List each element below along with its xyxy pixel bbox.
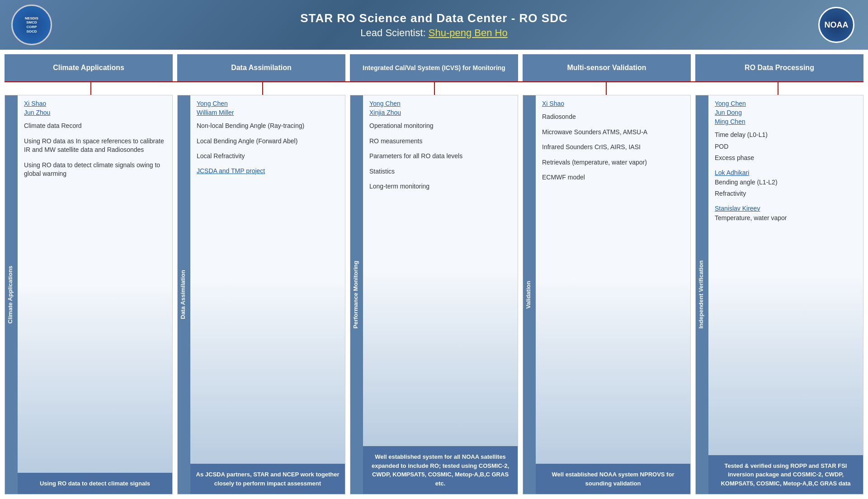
icvs-text-2: RO measurements	[369, 137, 511, 146]
climate-text-3: Using RO data to detect climate signals …	[24, 161, 166, 179]
link-lok-adhikari[interactable]: Lok Adhikari	[715, 169, 857, 176]
link-ming-chen[interactable]: Ming Chen	[715, 118, 857, 125]
header-subtitle: Lead Scientist: Shu-peng Ben Ho	[54, 27, 814, 39]
col-validation-footer: Well established NOAA system NPROVS for …	[536, 464, 690, 494]
col-assimilation-label: Data Assimilation	[178, 95, 190, 494]
col-climate-content: Xi Shao Jun Zhou Climate data Record Usi…	[18, 95, 172, 473]
col-assimilation-footer: As JCSDA partners, STAR and NCEP work to…	[190, 464, 345, 494]
link-jun-zhou[interactable]: Jun Zhou	[24, 109, 166, 116]
col-processing-label: Independent Verification	[696, 95, 708, 494]
val-text-3: Infrared Sounders CrIS, AIRS, IASI	[542, 143, 684, 152]
col-processing-footer: Tested & verified using ROPP and STAR FS…	[708, 455, 863, 494]
col-validation: Validation Xi Shao Radiosonde Microwave …	[523, 95, 691, 494]
col-icvs-content: Yong Chen Xinjia Zhou Operational monito…	[363, 95, 518, 446]
page-wrapper: NESDISSMCDCORPSOCD STAR RO Science and D…	[0, 0, 868, 499]
proc-text-3: Excess phase	[715, 154, 857, 163]
proc-text-1: Time delay (L0-L1)	[715, 131, 857, 140]
climate-text-1: Climate data Record	[24, 122, 166, 131]
col-icvs: Performance Monitoring Yong Chen Xinjia …	[350, 95, 518, 494]
column-headers: Climate Applications Data Assimilation I…	[0, 54, 868, 81]
col-validation-label: Validation	[523, 95, 536, 494]
proc-text-5: Refractivity	[715, 189, 857, 198]
icvs-text-1: Operational monitoring	[369, 122, 511, 131]
col-processing-content: Yong Chen Jun Dong Ming Chen Time delay …	[708, 95, 863, 455]
assim-text-1: Non-local Bending Angle (Ray-tracing)	[197, 122, 339, 131]
icvs-text-4: Statistics	[369, 167, 511, 176]
assim-text-3: Local Refractivity	[197, 152, 339, 161]
col-header-climate: Climate Applications	[5, 54, 173, 81]
link-yong-chen-assim[interactable]: Yong Chen	[197, 100, 339, 107]
col-header-icvs: Integrated Cal/Val System (ICVS) for Mon…	[350, 54, 518, 81]
icvs-text-3: Parameters for all RO data levels	[369, 152, 511, 161]
col-assimilation-content: Yong Chen William Miller Non-local Bendi…	[190, 95, 345, 464]
col-climate-footer: Using RO data to detect climate signals	[18, 473, 172, 494]
connector-v-3	[434, 81, 435, 95]
col-header-assimilation: Data Assimilation	[177, 54, 345, 81]
link-yong-chen-icvs[interactable]: Yong Chen	[369, 100, 511, 107]
connector-v-5	[778, 81, 778, 95]
icvs-text-5: Long-term monitoring	[369, 182, 511, 191]
link-william-miller[interactable]: William Miller	[197, 109, 339, 116]
link-jcsda[interactable]: JCSDA and TMP project	[197, 167, 339, 174]
header: NESDISSMCDCORPSOCD STAR RO Science and D…	[0, 0, 868, 50]
col-validation-body: Validation Xi Shao Radiosonde Microwave …	[523, 95, 691, 494]
col-climate-label: Climate Applications	[5, 95, 18, 494]
val-text-1: Radiosonde	[542, 113, 684, 122]
col-icvs-label: Performance Monitoring	[350, 95, 363, 494]
lead-scientist-label: Lead Scientist:	[360, 27, 428, 38]
connector-v-2	[262, 81, 263, 95]
connector-v-1	[90, 81, 91, 95]
connector-v-4	[606, 81, 607, 95]
col-assimilation: Data Assimilation Yong Chen William Mill…	[177, 95, 345, 494]
col-header-processing: RO Data Processing	[695, 54, 863, 81]
logo-left: NESDISSMCDCORPSOCD	[9, 5, 54, 45]
columns-area: Climate Applications Xi Shao Jun Zhou Cl…	[0, 95, 868, 499]
col-icvs-footer: Well established system for all NOAA sat…	[363, 446, 518, 494]
col-processing: Independent Verification Yong Chen Jun D…	[695, 95, 863, 494]
lead-scientist-link[interactable]: Shu-peng Ben Ho	[429, 27, 508, 38]
noaa-logo: NOAA	[818, 7, 854, 43]
link-yong-chen-proc[interactable]: Yong Chen	[715, 100, 857, 107]
col-climate: Climate Applications Xi Shao Jun Zhou Cl…	[5, 95, 173, 494]
nesdis-logo: NESDISSMCDCORPSOCD	[11, 5, 52, 45]
proc-text-2: POD	[715, 142, 857, 151]
col-processing-body: Independent Verification Yong Chen Jun D…	[695, 95, 863, 494]
val-text-4: Retrievals (temperature, water vapor)	[542, 158, 684, 167]
noaa-text: NOAA	[825, 20, 849, 30]
header-title: STAR RO Science and Data Center - RO SDC	[54, 11, 814, 25]
col-header-validation: Multi-sensor Validation	[523, 54, 691, 81]
header-center: STAR RO Science and Data Center - RO SDC…	[54, 11, 814, 39]
assim-text-2: Local Bending Angle (Forward Abel)	[197, 137, 339, 146]
proc-text-4: Bending angle (L1-L2)	[715, 178, 857, 187]
link-xi-shao-climate[interactable]: Xi Shao	[24, 100, 166, 107]
logo-right: NOAA	[814, 5, 859, 45]
link-xinjia-zhou[interactable]: Xinjia Zhou	[369, 109, 511, 116]
col-icvs-body: Performance Monitoring Yong Chen Xinjia …	[350, 95, 518, 494]
val-text-2: Microwave Sounders ATMS, AMSU-A	[542, 128, 684, 137]
connector-area	[5, 81, 863, 95]
link-stanislav-kireev[interactable]: Stanislav Kireev	[715, 205, 857, 212]
proc-text-6: Temperature, water vapor	[715, 214, 857, 223]
link-jun-dong[interactable]: Jun Dong	[715, 109, 857, 116]
col-assimilation-body: Data Assimilation Yong Chen William Mill…	[177, 95, 345, 494]
link-xi-shao-val[interactable]: Xi Shao	[542, 100, 684, 107]
col-climate-body: Climate Applications Xi Shao Jun Zhou Cl…	[5, 95, 173, 494]
climate-text-2: Using RO data as In space references to …	[24, 137, 166, 155]
val-text-5: ECMWF model	[542, 173, 684, 182]
col-validation-content: Xi Shao Radiosonde Microwave Sounders AT…	[536, 95, 690, 464]
